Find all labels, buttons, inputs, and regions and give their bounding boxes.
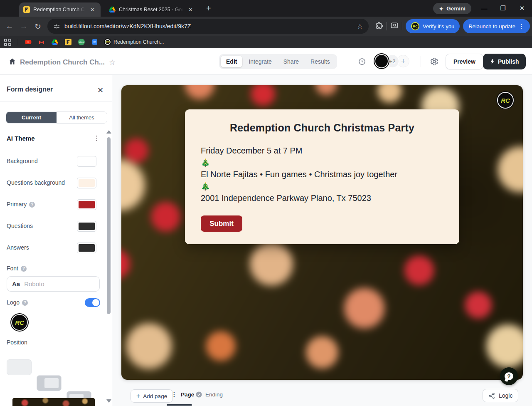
- view-tab-current[interactable]: Current: [6, 112, 57, 123]
- page-kebab-icon[interactable]: ⋮: [171, 391, 177, 398]
- help-button[interactable]: ?: [500, 367, 518, 385]
- fillout-favicon: [23, 6, 30, 13]
- answers-color-swatch[interactable]: [77, 243, 96, 253]
- form-logo: RC: [497, 92, 514, 109]
- panel-close-icon[interactable]: ✕: [97, 86, 103, 95]
- logo-thumbnail[interactable]: RC: [11, 314, 28, 331]
- lightning-bolt-icon: [490, 59, 495, 65]
- site-settings-tune-icon[interactable]: [53, 23, 60, 30]
- browser-tab-inactive[interactable]: Christmas Reset 2025 - Google ✕: [105, 2, 199, 17]
- bookmarks-separator: [18, 39, 18, 45]
- gemini-button[interactable]: ✦ Gemini: [433, 3, 471, 14]
- font-label: Font?: [7, 265, 27, 272]
- ending-tab[interactable]: Ending: [195, 391, 223, 398]
- docs-bookmark-icon[interactable]: [91, 39, 98, 45]
- theme-options-kebab-icon[interactable]: ⋮: [94, 134, 100, 142]
- drive-favicon: [109, 6, 116, 13]
- home-icon[interactable]: [8, 57, 16, 65]
- publish-button[interactable]: Publish: [483, 54, 526, 69]
- form-line-datetime: Friday December 5 at 7 PM: [201, 145, 443, 157]
- help-icon[interactable]: ?: [29, 202, 35, 208]
- page-tab[interactable]: ⋮ Page: [171, 391, 194, 398]
- reload-icon[interactable]: ↻: [31, 22, 45, 31]
- scrollbar-up-arrow[interactable]: [106, 130, 111, 134]
- extensions-puzzle-icon[interactable]: [375, 22, 383, 31]
- panel-title: Form designer: [7, 86, 53, 93]
- relaunch-to-update-button[interactable]: Relaunch to update ⋮: [463, 19, 530, 33]
- workspace-form-title[interactable]: Redemption Church Ch...: [20, 58, 105, 67]
- apps-grid-icon[interactable]: [4, 39, 11, 46]
- scrollbar-thumb[interactable]: [107, 137, 111, 314]
- forward-icon[interactable]: →: [17, 22, 31, 31]
- scrollbar-down-arrow[interactable]: [106, 399, 111, 403]
- row-label-answers: Answers: [7, 244, 29, 251]
- page-tab-label: Page: [181, 391, 194, 398]
- font-field[interactable]: Aa: [7, 276, 100, 292]
- logic-button[interactable]: Logic: [483, 389, 518, 402]
- primary-color-swatch[interactable]: [77, 199, 96, 210]
- background-color-swatch[interactable]: [77, 156, 96, 167]
- font-input[interactable]: [24, 280, 82, 287]
- favorite-star-icon[interactable]: ☆: [109, 58, 116, 67]
- position-option-left-split[interactable]: [37, 375, 62, 391]
- add-page-button[interactable]: + Add page: [131, 389, 173, 403]
- youtube-bookmark-icon[interactable]: [25, 39, 32, 45]
- kebab-menu-icon[interactable]: ⋮: [519, 23, 525, 30]
- bookmark-label: Redemption Church...: [113, 39, 164, 45]
- row-label-questions: Questions: [7, 223, 33, 229]
- gloo-bookmark-icon[interactable]: gloo: [78, 39, 85, 45]
- help-chat-bubble-icon: ?: [505, 372, 513, 380]
- form-card: Redemption Church Christmas Party Friday…: [185, 109, 459, 244]
- window-close-button[interactable]: ✕: [515, 5, 529, 12]
- header-separator: [421, 56, 421, 67]
- logo-toggle[interactable]: [85, 298, 100, 307]
- tab-edit[interactable]: Edit: [221, 56, 242, 67]
- relaunch-label: Relaunch to update: [468, 23, 515, 30]
- view-tab-all-themes[interactable]: All themes: [57, 112, 107, 123]
- tree-emoji: 🎄: [201, 181, 443, 192]
- form-designer-panel: Form designer ✕ Current All themes AI Th…: [0, 75, 112, 406]
- questions-background-color-swatch[interactable]: [77, 178, 96, 188]
- browser-tab-active[interactable]: Redemption Church Christmas ✕: [19, 2, 101, 17]
- bookmark-star-icon[interactable]: ☆: [357, 22, 363, 30]
- tab-close-icon[interactable]: ✕: [89, 6, 96, 14]
- verify-its-you-button[interactable]: RC Verify it's you: [406, 19, 460, 33]
- editor-main-area: RC Redemption Church Christmas Party Fri…: [112, 75, 532, 406]
- bookmark-redemption-church[interactable]: RC Redemption Church...: [105, 39, 164, 45]
- bookmarks-bar: gloo RC Redemption Church...: [0, 36, 532, 48]
- submit-button[interactable]: Submit: [201, 215, 242, 232]
- address-bar[interactable]: build.fillout.com/editor/wzKdN2KXHhus/ed…: [47, 19, 369, 34]
- row-label-primary: Primary?: [7, 201, 35, 208]
- window-maximize-button[interactable]: ❐: [496, 5, 510, 12]
- fillout-bookmark-icon[interactable]: [65, 39, 71, 45]
- ending-tab-label: Ending: [205, 391, 223, 398]
- tree-emoji: 🎄: [201, 157, 443, 168]
- tab-share[interactable]: Share: [278, 56, 304, 67]
- position-option-full[interactable]: [7, 359, 32, 375]
- background-image-thumbnail[interactable]: [12, 398, 95, 406]
- tab-title: Christmas Reset 2025 - Google: [119, 7, 183, 12]
- gmail-bookmark-icon[interactable]: [38, 39, 45, 45]
- settings-gear-icon[interactable]: [430, 57, 439, 66]
- preview-button[interactable]: Preview: [446, 54, 483, 69]
- help-icon[interactable]: ?: [21, 266, 27, 272]
- tab-integrate[interactable]: Integrate: [243, 56, 277, 67]
- tab-title: Redemption Church Christmas: [33, 7, 85, 12]
- font-preview: Aa: [12, 280, 20, 287]
- tab-close-icon[interactable]: ✕: [187, 6, 195, 14]
- logic-label: Logic: [499, 392, 512, 399]
- form-description[interactable]: Friday December 5 at 7 PM 🎄 El Norte Faj…: [201, 145, 443, 204]
- drive-bookmark-icon[interactable]: [52, 39, 58, 45]
- version-history-clock-icon[interactable]: [358, 57, 366, 66]
- form-title[interactable]: Redemption Church Christmas Party: [201, 122, 443, 134]
- questions-color-swatch[interactable]: [77, 221, 96, 232]
- collaborator-avatar[interactable]: [374, 54, 389, 68]
- tab-results[interactable]: Results: [305, 56, 335, 67]
- new-tab-button[interactable]: +: [206, 4, 211, 12]
- side-panel-search-icon[interactable]: [390, 21, 399, 31]
- publish-label: Publish: [498, 58, 519, 65]
- window-minimize-button[interactable]: —: [477, 5, 491, 12]
- help-icon[interactable]: ?: [22, 300, 28, 306]
- back-icon[interactable]: ←: [2, 22, 17, 31]
- check-circle-icon: [195, 391, 202, 398]
